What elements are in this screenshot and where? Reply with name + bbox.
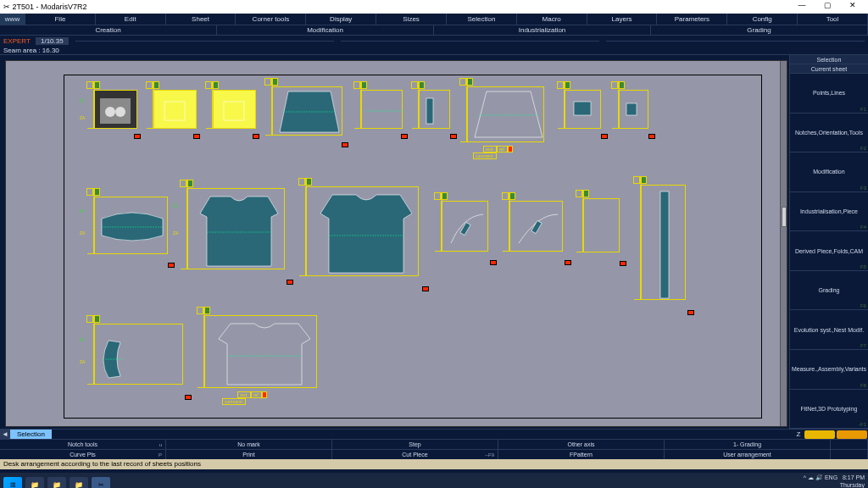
indicator[interactable] — [831, 450, 868, 459]
pattern-piece[interactable] — [298, 178, 426, 288]
pattern-piece[interactable] — [611, 81, 652, 136]
submenu-grading[interactable]: Grading — [651, 25, 868, 35]
menu-layers[interactable]: Layers — [587, 14, 658, 25]
bottom-tab-selection[interactable]: Selection — [10, 430, 52, 440]
red-tab[interactable] — [134, 134, 141, 139]
panel-evolution[interactable]: Evolution syst.,Nest Modif.F7 — [790, 310, 868, 350]
btn-other-axis[interactable]: Other axis — [498, 440, 665, 449]
canvas[interactable]: 0Y ZA — [5, 60, 787, 427]
menu-file[interactable]: File — [25, 14, 96, 25]
red-tab[interactable] — [601, 134, 608, 139]
submenu-creation[interactable]: Creation — [0, 25, 217, 35]
btn-notch-tools[interactable]: Notch toolsu — [0, 440, 166, 449]
btn-curve-pts[interactable]: Curve PtsP — [0, 450, 166, 459]
pattern-piece[interactable] — [411, 81, 453, 136]
pattern-piece[interactable] — [576, 190, 623, 263]
system-tray[interactable]: ^ ☁ 🔊 ENG 8:17 PM Thursday 7/8/2021 — [804, 474, 865, 489]
red-tab[interactable] — [193, 134, 200, 139]
btn-step[interactable]: Step — [332, 440, 498, 449]
btn-print[interactable]: Print — [166, 450, 332, 459]
red-tab[interactable] — [342, 142, 348, 147]
panel-measure[interactable]: Measure.,Assembly,VariantsF8 — [790, 350, 868, 390]
right-header-1: Selection — [790, 55, 868, 64]
pattern-piece[interactable] — [205, 81, 256, 136]
close-button[interactable]: ✕ — [841, 1, 865, 13]
menu-edit[interactable]: Edit — [96, 14, 166, 25]
menu-config[interactable]: Config — [727, 14, 798, 25]
red-tab[interactable] — [490, 260, 497, 265]
taskbar-app[interactable]: 📁 — [47, 477, 66, 488]
btn-user-arr[interactable]: User arrangement — [665, 450, 831, 459]
pattern-piece[interactable]: and: ref: comment: — [459, 78, 548, 159]
bottom-panel: ◄ Selection Z Notch toolsu No mark Step … — [0, 429, 868, 473]
btn-label: FPattern — [570, 452, 593, 458]
taskbar-app[interactable]: 📁 — [70, 477, 88, 488]
menu-corner[interactable]: Corner tools — [236, 14, 306, 25]
pattern-piece[interactable] — [353, 81, 404, 136]
submenu-industrialization[interactable]: Industrialization — [434, 25, 651, 35]
panel-derived[interactable]: Derived Piece,Folds,CAMF5 — [790, 231, 868, 271]
pattern-piece[interactable]: 0Y ZA — [180, 180, 290, 281]
menu-display[interactable]: Display — [306, 14, 376, 25]
panel-label: Industrialisation,Piece — [800, 208, 858, 214]
maximize-button[interactable]: ▢ — [815, 1, 839, 13]
pattern-piece[interactable] — [557, 81, 604, 136]
pattern-piece[interactable] — [264, 78, 345, 144]
red-tab[interactable] — [168, 263, 175, 268]
submenu-modification[interactable]: Modification — [217, 25, 434, 35]
start-button[interactable]: ⊞ — [3, 477, 22, 488]
red-tab[interactable] — [185, 395, 192, 400]
panel-points-lines[interactable]: Points,LinesF1 — [790, 74, 868, 114]
panel-modification[interactable]: ModificationF3 — [790, 152, 868, 192]
taskbar-app[interactable]: ✂ — [92, 477, 110, 488]
btn-grading[interactable]: 1- Grading — [665, 440, 831, 449]
menu-www[interactable]: www — [0, 14, 25, 25]
menu-parameters[interactable]: Parameters — [657, 14, 727, 25]
arrow-left[interactable]: ◄ — [0, 430, 10, 440]
menu-sheet[interactable]: Sheet — [166, 14, 236, 25]
vertical-scrollbar[interactable] — [780, 61, 787, 426]
pattern-piece[interactable]: 0Y ZA — [86, 81, 137, 136]
menu-macro[interactable]: Macro — [517, 14, 587, 25]
btn-no-mark[interactable]: No mark — [166, 440, 332, 449]
pattern-piece[interactable]: 0Y ZA — [86, 315, 188, 396]
btn-label: User arrangement — [723, 452, 771, 458]
red-tab[interactable] — [450, 134, 457, 139]
panel-industrialisation[interactable]: Industrialisation,PieceF4 — [790, 192, 868, 232]
red-tab[interactable] — [565, 260, 571, 265]
indicator[interactable] — [804, 430, 835, 439]
red-tab[interactable] — [648, 134, 655, 139]
menu-sizes[interactable]: Sizes — [376, 14, 447, 25]
red-tab[interactable] — [620, 261, 626, 266]
minimize-button[interactable]: — — [790, 1, 814, 13]
red-tab[interactable] — [422, 286, 429, 291]
panel-notches[interactable]: Notches,Orientation,ToolsF2 — [790, 114, 868, 153]
indicator[interactable] — [831, 440, 868, 449]
red-tab[interactable] — [401, 134, 408, 139]
annot-ref: ref: — [497, 146, 508, 152]
pattern-piece[interactable] — [502, 192, 568, 262]
btn-cut-piece[interactable]: Cut Piece--F9 — [332, 450, 498, 459]
red-tab[interactable] — [253, 134, 259, 139]
taskbar-app[interactable]: 📁 — [25, 477, 44, 488]
indicator-z[interactable]: Z — [793, 430, 804, 440]
btn-fpattern[interactable]: FPattern — [498, 450, 665, 459]
panel-label: Grading — [819, 287, 840, 293]
side-label: ZA — [80, 230, 86, 236]
fkey: F3 — [860, 186, 866, 191]
pattern-piece[interactable] — [633, 176, 691, 312]
svg-rect-0 — [100, 98, 131, 124]
pattern-piece[interactable] — [434, 192, 493, 262]
menu-tool[interactable]: Tool — [798, 14, 868, 25]
pattern-piece[interactable]: and: ref: comment: — [197, 307, 324, 408]
panel-fitnet[interactable]: FitNet,3D Prototyping-F1 — [790, 390, 868, 430]
indicator[interactable] — [837, 430, 867, 439]
pattern-piece[interactable]: 0Y ZA — [86, 188, 171, 264]
menu-selection[interactable]: Selection — [447, 14, 517, 25]
pattern-piece[interactable] — [146, 81, 197, 136]
scroll-thumb[interactable] — [782, 207, 787, 227]
red-tab[interactable] — [687, 310, 694, 315]
red-tab[interactable] — [287, 280, 293, 285]
svg-point-2 — [115, 107, 125, 117]
panel-grading[interactable]: GradingF6 — [790, 271, 868, 311]
